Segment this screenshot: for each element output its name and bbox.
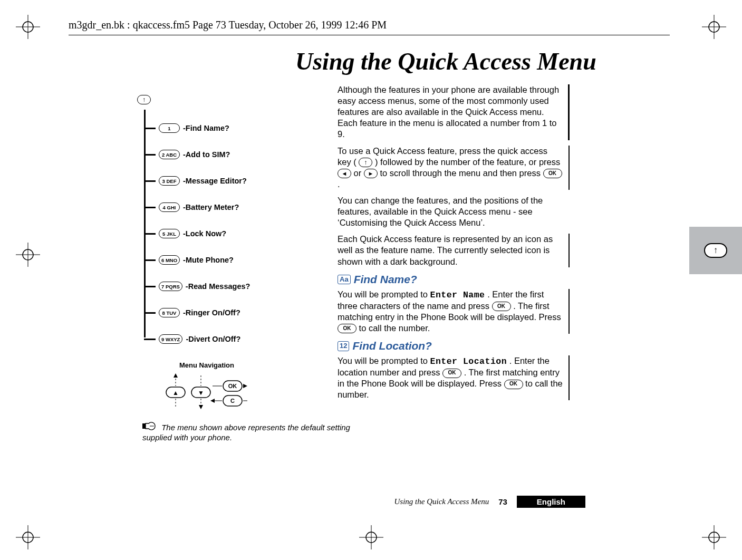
ok-key-icon: OK bbox=[338, 324, 356, 333]
quick-access-key-icon: ↑ bbox=[704, 243, 727, 258]
svg-marker-30 bbox=[199, 405, 203, 409]
tree-item-label: Divert On/Off? bbox=[188, 335, 240, 343]
key-9-icon: 9 WXYZ bbox=[159, 334, 182, 344]
footer-language-badge: English bbox=[517, 496, 585, 508]
svg-marker-24 bbox=[174, 373, 178, 378]
key-3-icon: 3 DEF bbox=[159, 176, 180, 186]
section-heading-find-name: Aa Find Name? bbox=[338, 273, 570, 287]
tree-item: 8 TUV - Ringer On/Off? bbox=[144, 308, 240, 317]
section-heading-find-location: 12 Find Location? bbox=[338, 339, 570, 353]
intro-paragraph-4: Each Quick Access feature is represented… bbox=[338, 234, 570, 267]
svg-text:▲: ▲ bbox=[172, 389, 179, 397]
tree-item-label: Add to SIM? bbox=[186, 150, 230, 159]
left-arrow-key-icon: ◄ bbox=[338, 169, 351, 178]
tree-item-label: Mute Phone? bbox=[186, 256, 234, 264]
svg-marker-39 bbox=[210, 399, 215, 403]
find-location-paragraph: You will be prompted to Enter Location .… bbox=[338, 355, 570, 400]
display-text: Enter Name bbox=[430, 290, 485, 300]
key-8-icon: 8 TUV bbox=[159, 308, 180, 317]
key-2-icon: 2 ABC bbox=[159, 150, 180, 159]
left-column: ↑ 1 - Find Name? 2 ABC - Add to SIM? 3 D… bbox=[69, 84, 295, 95]
key-1-icon: 1 bbox=[159, 123, 180, 133]
page-footer: Using the Quick Access Menu 73 English bbox=[338, 496, 585, 508]
text-fragment: ) followed by the number of the feature,… bbox=[375, 157, 560, 167]
ok-key-icon: OK bbox=[492, 302, 511, 311]
ok-key-icon: OK bbox=[504, 380, 523, 389]
registration-mark-icon bbox=[359, 525, 383, 549]
right-column: Although the features in your phone are … bbox=[338, 84, 570, 405]
header-rule bbox=[69, 35, 670, 35]
ok-key-icon: OK bbox=[442, 369, 461, 378]
menu-navigation-label: Menu Navigation bbox=[179, 361, 234, 369]
tree-item-label: Battery Meter? bbox=[186, 203, 239, 211]
menu-navigation-diagram: ▲ ▼ OK C bbox=[161, 372, 256, 409]
registration-mark-icon bbox=[16, 15, 40, 39]
section-heading-text: Find Location? bbox=[352, 339, 431, 353]
find-name-icon: Aa bbox=[338, 275, 351, 285]
tree-item-label: Find Name? bbox=[186, 124, 229, 132]
registration-mark-icon bbox=[702, 15, 726, 39]
manual-page: m3gdr_en.bk : qkaccess.fm5 Page 73 Tuesd… bbox=[0, 0, 742, 560]
footnote-text: The menu shown above represents the defa… bbox=[142, 423, 350, 442]
display-text: Enter Location bbox=[430, 356, 507, 366]
footnote: The menu shown above represents the defa… bbox=[142, 422, 364, 443]
page-title: Using the Quick Access Menu bbox=[295, 47, 596, 75]
key-7-icon: 7 PQRS bbox=[159, 282, 182, 291]
ok-key-icon: OK bbox=[543, 169, 562, 178]
running-header: m3gdr_en.bk : qkaccess.fm5 Page 73 Tuesd… bbox=[69, 19, 387, 31]
tree-trunk-line bbox=[144, 110, 146, 337]
svg-rect-41 bbox=[142, 423, 146, 429]
key-5-icon: 5 JKL bbox=[159, 229, 180, 238]
text-fragment: to call the number. bbox=[359, 323, 430, 333]
tree-item: 9 WXYZ - Divert On/Off? bbox=[144, 334, 240, 344]
footer-page-number: 73 bbox=[498, 497, 507, 506]
tree-item-label: Message Editor? bbox=[186, 177, 247, 185]
key-6-icon: 6 MNO bbox=[159, 255, 180, 265]
intro-paragraph-1: Although the features in your phone are … bbox=[338, 84, 570, 140]
svg-text:C: C bbox=[230, 398, 235, 404]
registration-mark-icon bbox=[702, 525, 726, 549]
svg-text:▼: ▼ bbox=[198, 389, 204, 397]
tree-item: 1 - Find Name? bbox=[144, 123, 229, 133]
side-thumb-tab: ↑ bbox=[689, 227, 742, 274]
right-arrow-key-icon: ► bbox=[364, 169, 378, 178]
tree-item: 4 GHI - Battery Meter? bbox=[144, 202, 239, 212]
pointing-hand-icon bbox=[142, 422, 156, 430]
svg-text:OK: OK bbox=[228, 383, 237, 389]
tree-item: 3 DEF - Message Editor? bbox=[144, 176, 247, 186]
tree-item: 5 JKL - Lock Now? bbox=[144, 229, 226, 238]
footer-section-name: Using the Quick Access Menu bbox=[394, 497, 489, 506]
find-name-paragraph: You will be prompted to Enter Name . Ent… bbox=[338, 289, 570, 334]
tree-item: 6 MNO - Mute Phone? bbox=[144, 255, 234, 265]
key-4-icon: 4 GHI bbox=[159, 202, 180, 212]
intro-paragraph-2: To use a Quick Access feature, press the… bbox=[338, 146, 570, 190]
section-heading-text: Find Name? bbox=[354, 273, 417, 287]
quick-access-key-icon: ↑ bbox=[359, 158, 372, 167]
text-fragment: to scroll through the menu and then pres… bbox=[380, 168, 543, 178]
tree-item-label: Lock Now? bbox=[186, 229, 226, 238]
text-fragment: You will be prompted to bbox=[338, 356, 430, 365]
intro-paragraph-3: You can change the features, and the pos… bbox=[338, 195, 570, 228]
text-fragment: or bbox=[354, 168, 364, 178]
tree-item-label: Read Messages? bbox=[188, 282, 250, 291]
registration-mark-icon bbox=[16, 243, 40, 267]
tree-item-label: Ringer On/Off? bbox=[186, 308, 240, 317]
registration-mark-icon bbox=[16, 525, 40, 549]
text-fragment: . bbox=[338, 179, 340, 189]
quick-access-key-icon: ↑ bbox=[137, 95, 151, 104]
text-fragment: You will be prompted to bbox=[338, 289, 430, 299]
tree-item: 2 ABC - Add to SIM? bbox=[144, 150, 230, 159]
find-location-icon: 12 bbox=[338, 341, 349, 351]
tree-item: 7 PQRS - Read Messages? bbox=[144, 282, 250, 291]
